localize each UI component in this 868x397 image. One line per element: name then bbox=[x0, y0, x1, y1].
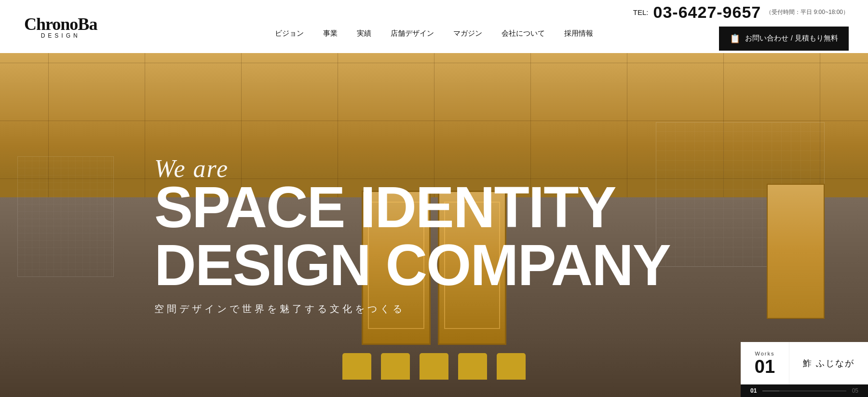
hero-section: We are SPACE IDENTITY DESIGN COMPANY 空間デ… bbox=[0, 53, 868, 397]
progress-dash bbox=[762, 391, 846, 391]
contact-button-label: お問い合わせ / 見積もり無料 bbox=[745, 34, 838, 43]
nav-item-magazine[interactable]: マガジン bbox=[453, 29, 482, 38]
nav-item-works[interactable]: 実績 bbox=[357, 29, 371, 38]
tel-row: TEL: 03-6427-9657 （受付時間：平日 9:00~18:00） bbox=[633, 3, 849, 22]
hero-title-line1: SPACE IDENTITY bbox=[154, 178, 616, 236]
works-name: 鮓 ふじなが bbox=[803, 357, 854, 369]
logo[interactable]: ChronoBa DESIGN bbox=[24, 14, 97, 39]
logo-sub-text: DESIGN bbox=[41, 32, 81, 39]
tel-number: 03-6427-9657 bbox=[653, 3, 761, 22]
contact-icon: 📋 bbox=[730, 33, 740, 44]
progress-current: 01 bbox=[750, 387, 757, 394]
hero-we-are: We are bbox=[154, 154, 229, 183]
nav-item-about[interactable]: 会社について bbox=[502, 29, 545, 38]
works-name-block[interactable]: 鮓 ふじなが bbox=[789, 342, 868, 384]
nav-item-vision[interactable]: ビジョン bbox=[275, 29, 304, 38]
nav-item-recruit[interactable]: 採用情報 bbox=[564, 29, 593, 38]
tel-label: TEL: bbox=[633, 8, 649, 16]
works-info-row: Works 01 鮓 ふじなが bbox=[741, 342, 868, 384]
hero-subtitle: 空間デザインで世界を魅了する文化をつくる bbox=[154, 302, 405, 315]
contact-button[interactable]: 📋 お問い合わせ / 見積もり無料 bbox=[719, 27, 849, 51]
tel-hours: （受付時間：平日 9:00~18:00） bbox=[766, 8, 849, 16]
nav-item-store-design[interactable]: 店舗デザイン bbox=[391, 29, 434, 38]
works-number-block: Works 01 bbox=[741, 342, 789, 384]
nav-item-business[interactable]: 事業 bbox=[323, 29, 338, 38]
works-label: Works bbox=[755, 351, 775, 356]
site-header: ChronoBa DESIGN ビジョン 事業 実績 店舗デザイン マガジン 会… bbox=[0, 0, 868, 53]
progress-row: 01 05 bbox=[741, 384, 868, 397]
works-number: 01 bbox=[755, 357, 775, 376]
works-badge: Works 01 鮓 ふじなが 01 05 bbox=[741, 342, 868, 397]
logo-main-text: ChronoBa bbox=[24, 14, 97, 34]
progress-total: 05 bbox=[852, 387, 858, 394]
hero-title-line2: DESIGN COMPANY bbox=[154, 236, 670, 294]
main-nav: ビジョン 事業 実績 店舗デザイン マガジン 会社について 採用情報 bbox=[275, 29, 593, 38]
header-right: TEL: 03-6427-9657 （受付時間：平日 9:00~18:00） 📋… bbox=[633, 3, 849, 51]
hero-content: We are SPACE IDENTITY DESIGN COMPANY 空間デ… bbox=[0, 53, 868, 397]
